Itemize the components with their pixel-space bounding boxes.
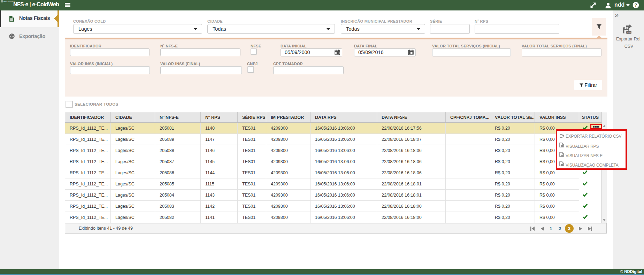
svg-text:?: ? bbox=[635, 2, 637, 8]
svg-text:csv: csv bbox=[627, 31, 631, 33]
